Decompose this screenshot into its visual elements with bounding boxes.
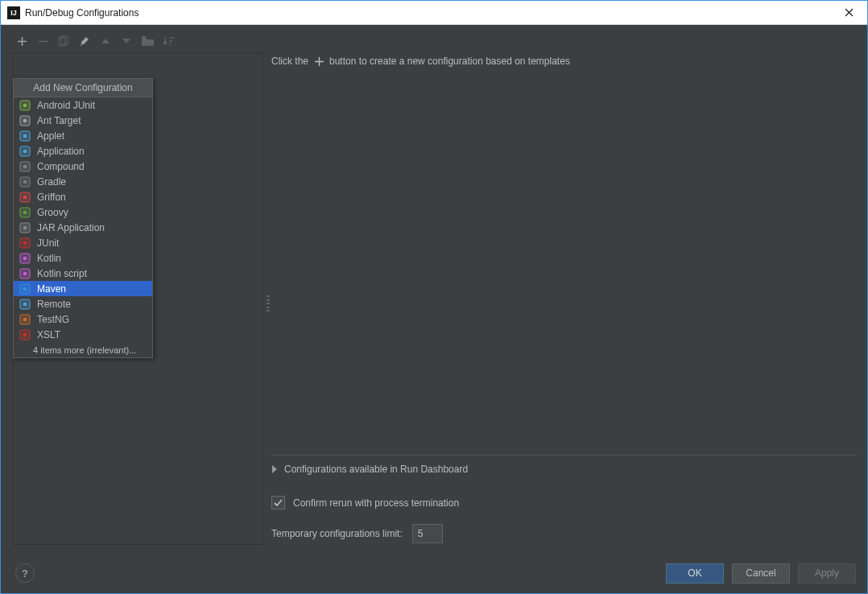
confirm-rerun-label: Confirm rerun with process termination (293, 497, 459, 509)
svg-point-7 (23, 134, 27, 138)
dropdown-item-label: Android JUnit (37, 100, 95, 111)
temp-limit-input[interactable] (412, 524, 443, 543)
dropdown-item-label: Ant Target (37, 115, 81, 126)
hint-suffix: button to create a new configuration bas… (329, 56, 570, 67)
dropdown-item-label: Kotlin (37, 253, 61, 264)
dropdown-item-kotlin[interactable]: Kotlin (14, 250, 152, 266)
plus-icon (313, 56, 324, 67)
maven-icon (19, 283, 31, 295)
dropdown-item-application[interactable]: Application (14, 143, 152, 159)
dropdown-item-label: Remote (37, 299, 71, 310)
dropdown-item-xslt[interactable]: XSLT (14, 327, 152, 342)
dropdown-item-remote[interactable]: Remote (14, 296, 152, 311)
dropdown-item-testng[interactable]: TestNG (14, 311, 152, 327)
remove-button (33, 32, 52, 50)
remote-icon (19, 298, 31, 311)
dialog-body: Click the button to create a new configu… (1, 25, 867, 593)
toolbar (1, 30, 867, 52)
run-debug-dialog: IJ Run/Debug Configurations (0, 0, 868, 594)
folder-button (138, 32, 157, 50)
svg-point-25 (23, 271, 27, 275)
junit-icon (19, 237, 31, 250)
dropdown-item-label: Groovy (37, 207, 68, 218)
help-button[interactable]: ? (15, 563, 35, 583)
sort-button (159, 32, 178, 50)
svg-point-3 (23, 103, 27, 107)
close-button[interactable] (831, 1, 867, 24)
kotlin-icon (19, 252, 31, 265)
empty-hint: Click the button to create a new configu… (271, 56, 857, 67)
testng-icon (19, 313, 31, 326)
add-button[interactable] (12, 32, 31, 50)
svg-point-23 (23, 256, 27, 260)
dropdown-item-jar-application[interactable]: JAR Application (14, 220, 152, 235)
dropdown-item-ant-target[interactable]: Ant Target (14, 113, 152, 128)
svg-point-31 (23, 317, 27, 321)
kotlin-script-icon (19, 267, 31, 280)
svg-point-15 (23, 195, 27, 199)
dropdown-item-compound[interactable]: Compound (14, 159, 152, 174)
cancel-button[interactable]: Cancel (732, 563, 790, 584)
dropdown-item-label: Gradle (37, 176, 66, 188)
temp-limit-row: Temporary configurations limit: (271, 514, 857, 553)
dropdown-item-label: TestNG (37, 314, 69, 325)
svg-point-17 (23, 210, 27, 214)
confirm-rerun-row: Confirm rerun with process termination (271, 481, 857, 514)
compound-icon (19, 160, 31, 173)
dropdown-item-label: JAR Application (37, 222, 105, 233)
dropdown-item-label: Applet (37, 130, 64, 142)
svg-point-27 (23, 287, 27, 291)
dropdown-item-label: Compound (37, 161, 85, 172)
dropdown-item-kotlin-script[interactable]: Kotlin script (14, 266, 152, 281)
dropdown-item-label: Application (37, 146, 85, 157)
dropdown-header: Add New Configuration (14, 79, 152, 97)
dropdown-item-label: Maven (37, 283, 66, 295)
run-dashboard-label: Configurations available in Run Dashboar… (284, 464, 468, 475)
svg-point-29 (23, 302, 27, 306)
dropdown-item-maven[interactable]: Maven (14, 281, 152, 296)
intellij-icon: IJ (7, 6, 20, 19)
svg-point-5 (23, 118, 27, 122)
application-icon (19, 145, 31, 158)
dropdown-more[interactable]: 4 items more (irrelevant)... (14, 342, 152, 357)
dialog-title: Run/Debug Configurations (25, 7, 831, 19)
copy-button (54, 32, 73, 50)
dropdown-item-junit[interactable]: JUnit (14, 235, 152, 250)
dropdown-list: Android JUnitAnt TargetAppletApplication… (14, 97, 152, 342)
confirm-rerun-checkbox[interactable] (271, 496, 285, 509)
xslt-icon (19, 328, 31, 341)
svg-point-21 (23, 241, 27, 245)
dropdown-item-label: Griffon (37, 192, 66, 203)
android-junit-icon (19, 99, 31, 112)
hint-prefix: Click the (271, 56, 308, 67)
dropdown-item-groovy[interactable]: Groovy (14, 204, 152, 220)
footer: ? OK Cancel Apply (1, 553, 867, 593)
add-configuration-dropdown: Add New Configuration Android JUnitAnt T… (13, 78, 153, 358)
dropdown-item-android-junit[interactable]: Android JUnit (14, 97, 152, 113)
run-dashboard-section[interactable]: Configurations available in Run Dashboar… (271, 455, 857, 481)
ant-icon (19, 114, 31, 127)
svg-point-11 (23, 164, 27, 168)
griffon-icon (19, 191, 31, 204)
dropdown-item-label: Kotlin script (37, 268, 87, 279)
dropdown-item-applet[interactable]: Applet (14, 128, 152, 143)
jar-icon (19, 221, 31, 234)
right-fill (271, 67, 857, 455)
dropdown-item-label: JUnit (37, 237, 59, 249)
splitter-grip[interactable] (267, 295, 270, 311)
dropdown-item-griffon[interactable]: Griffon (14, 189, 152, 204)
right-pane: Click the button to create a new configu… (263, 52, 857, 553)
svg-point-19 (23, 225, 27, 229)
move-up-button (96, 32, 115, 50)
svg-point-13 (23, 179, 27, 184)
edit-button[interactable] (75, 32, 94, 50)
temp-limit-label: Temporary configurations limit: (271, 528, 403, 539)
dropdown-item-label: XSLT (37, 329, 60, 340)
move-down-button (117, 32, 136, 50)
chevron-right-icon (271, 465, 278, 473)
dropdown-item-gradle[interactable]: Gradle (14, 174, 152, 189)
groovy-icon (19, 206, 31, 219)
gradle-icon (19, 175, 31, 188)
svg-point-33 (23, 332, 27, 336)
ok-button[interactable]: OK (666, 563, 724, 584)
